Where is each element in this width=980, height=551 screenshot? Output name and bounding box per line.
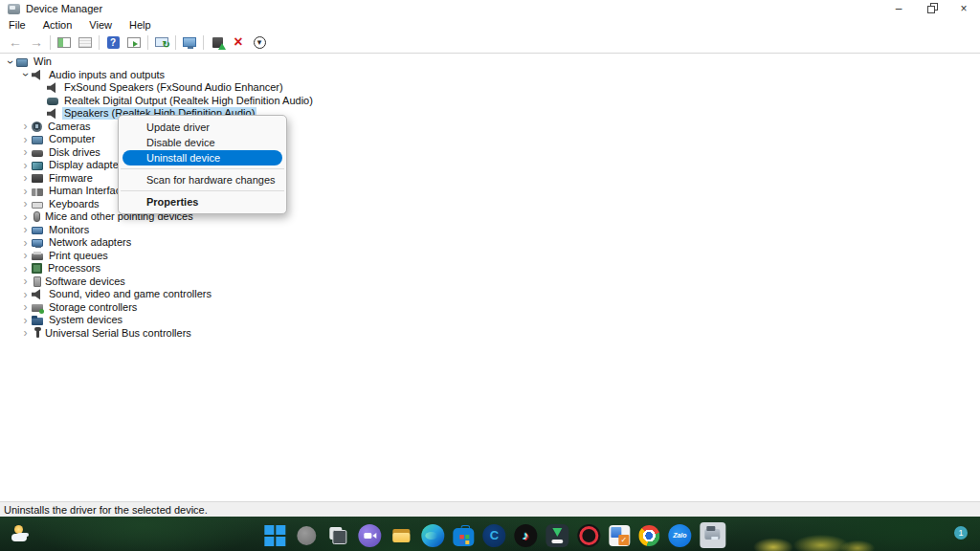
properties-button[interactable] [75, 33, 96, 51]
tree-item-label: Realtek Digital Output (Realtek High Def… [62, 95, 315, 107]
restore-button[interactable] [915, 0, 947, 17]
console-tree-icon [57, 37, 71, 48]
expand-arrow-icon[interactable]: › [19, 146, 32, 158]
tree-item-label: System devices [47, 314, 124, 326]
context-menu-item[interactable]: Update driver [122, 120, 282, 135]
tree-item[interactable]: ›Universal Serial Bus controllers [0, 327, 980, 341]
coccoc-browser-icon[interactable]: C [482, 524, 505, 547]
zalo-icon[interactable]: Zalo [668, 524, 691, 547]
notification-badge[interactable]: 1 [954, 526, 968, 540]
expand-arrow-icon[interactable]: › [19, 211, 32, 223]
expand-arrow-icon[interactable]: › [19, 186, 32, 197]
help-button[interactable]: ? [102, 33, 123, 51]
file-explorer-icon[interactable] [390, 524, 412, 547]
computer2-icon [32, 136, 43, 144]
context-menu-item[interactable]: Uninstall device [122, 150, 282, 165]
update-driver-button[interactable] [207, 33, 228, 51]
forward-button[interactable]: → [26, 33, 47, 51]
mouse-icon [33, 211, 40, 222]
action-pane-icon [127, 37, 141, 48]
toolbar: ←→?×▾ [0, 32, 980, 54]
close-button[interactable]: × [947, 0, 980, 17]
task-view-icon[interactable] [326, 524, 349, 547]
device-manager-icon[interactable] [700, 522, 725, 548]
expand-arrow-icon[interactable]: › [19, 134, 32, 145]
processor-icon [32, 263, 42, 274]
properties-icon [78, 37, 92, 48]
storage-icon [32, 304, 43, 312]
tree-item-label: Processors [46, 262, 102, 275]
expand-arrow-icon[interactable]: › [19, 250, 32, 261]
disable-device-button[interactable]: ▾ [249, 33, 270, 51]
edge-icon[interactable] [421, 524, 444, 547]
expand-arrow-icon[interactable]: › [19, 289, 32, 300]
tree-item-label: Keyboards [47, 198, 101, 210]
menu-separator [121, 190, 284, 191]
expand-arrow-icon[interactable]: › [19, 276, 32, 287]
tree-item[interactable]: ›Win [0, 55, 980, 69]
tree-item[interactable]: ›Monitors [0, 224, 980, 237]
start-button-icon[interactable] [263, 524, 286, 547]
expand-arrow-icon[interactable]: › [4, 56, 16, 68]
menu-separator [121, 168, 284, 169]
context-menu: Update driverDisable deviceUninstall dev… [118, 115, 287, 214]
menu-view[interactable]: View [80, 19, 121, 31]
downloader-app-icon[interactable] [546, 524, 568, 547]
expand-arrow-icon[interactable]: › [19, 237, 32, 249]
expand-arrow-icon[interactable]: › [19, 224, 32, 235]
back-button[interactable]: ← [5, 33, 26, 51]
weather-widget-icon[interactable] [11, 525, 34, 542]
tree-item-label: Print queues [47, 250, 110, 262]
opera-gx-icon[interactable] [577, 524, 600, 547]
tree-item[interactable]: FxSound Speakers (FxSound Audio Enhancer… [0, 81, 980, 95]
office-app-icon[interactable] [609, 525, 630, 546]
tree-item-label: Cameras [46, 121, 93, 133]
devices-icon [183, 37, 196, 47]
devices-button[interactable] [179, 33, 200, 51]
scan-hardware-button[interactable] [151, 33, 172, 51]
tree-item-label: Computer [47, 133, 97, 145]
tree-item[interactable]: ›Software devices [0, 276, 980, 289]
menu-action[interactable]: Action [34, 19, 81, 31]
usb-icon [36, 330, 39, 338]
tree-item-label: Sound, video and game controllers [47, 288, 213, 300]
tree-item[interactable]: ›Print queues [0, 250, 980, 263]
microsoft-store-icon[interactable] [453, 528, 474, 546]
tree-item[interactable]: ›System devices [0, 314, 980, 327]
menu-file[interactable]: File [0, 19, 34, 31]
context-menu-item[interactable]: Disable device [122, 135, 282, 150]
action-pane-button[interactable] [123, 33, 145, 51]
tiktok-icon[interactable]: ♪ [514, 524, 537, 547]
tree-item-label: Storage controllers [47, 301, 139, 314]
console-tree-button[interactable] [54, 33, 75, 51]
chrome-icon[interactable] [638, 525, 659, 546]
tree-item[interactable]: ›Audio inputs and outputs [0, 69, 980, 82]
close-icon: × [960, 2, 967, 15]
tree-item[interactable]: ›Processors [0, 262, 980, 276]
minimize-button[interactable]: – [882, 0, 915, 17]
context-menu-item[interactable]: Properties [122, 194, 282, 209]
window-controls: – × [882, 0, 980, 17]
tree-item[interactable]: Realtek Digital Output (Realtek High Def… [0, 95, 980, 108]
expand-arrow-icon[interactable]: › [19, 315, 32, 326]
expand-arrow-icon[interactable]: › [19, 263, 32, 275]
expand-arrow-icon[interactable]: › [19, 301, 32, 313]
hid-icon [32, 188, 43, 196]
expand-arrow-icon[interactable]: › [19, 69, 32, 80]
search-icon[interactable] [295, 524, 318, 547]
toolbar-separator [203, 35, 204, 50]
tree-item[interactable]: ›Storage controllers [0, 301, 980, 315]
disk-icon [32, 150, 43, 157]
expand-arrow-icon[interactable]: › [19, 327, 32, 339]
tree-item[interactable]: ›Network adapters [0, 236, 980, 250]
expand-arrow-icon[interactable]: › [19, 198, 32, 209]
context-menu-item[interactable]: Scan for hardware changes [122, 172, 282, 187]
uninstall-device-button[interactable]: × [228, 33, 249, 51]
expand-arrow-icon[interactable]: › [19, 160, 32, 171]
tree-item[interactable]: ›Sound, video and game controllers [0, 288, 980, 301]
expand-arrow-icon[interactable]: › [19, 121, 32, 132]
expand-arrow-icon[interactable]: › [19, 172, 32, 184]
chat-icon[interactable] [358, 524, 381, 547]
menu-help[interactable]: Help [121, 19, 160, 31]
system-icon [32, 318, 43, 325]
